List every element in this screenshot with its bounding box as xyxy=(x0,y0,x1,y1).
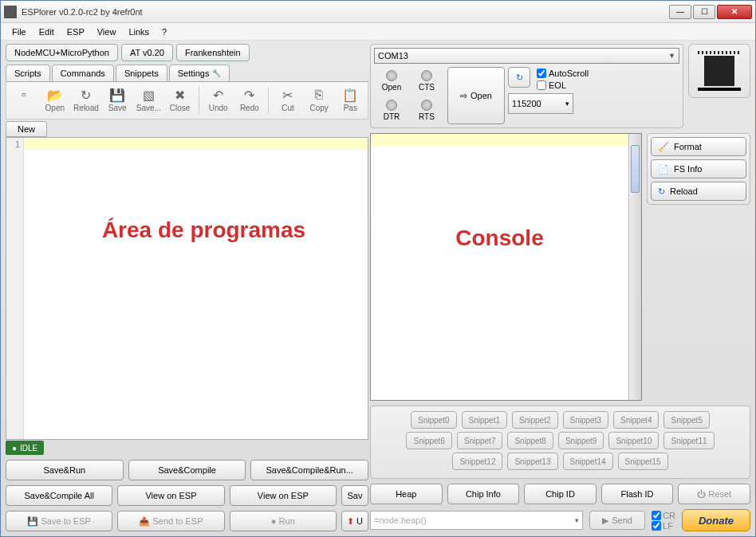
chip-icon-button[interactable] xyxy=(688,44,750,98)
led-dtr[interactable]: DTR xyxy=(374,96,409,124)
baud-rate-select[interactable]: 115200 xyxy=(508,93,573,114)
snippet-7[interactable]: Snippet7 xyxy=(457,432,502,449)
console-highlight-line xyxy=(371,134,641,146)
tb-new[interactable]: ▫ xyxy=(8,85,39,105)
tb-save[interactable]: 💾Save xyxy=(102,85,133,114)
snippet-5[interactable]: Snippet5 xyxy=(663,411,709,429)
snippet-13[interactable]: Snippet13 xyxy=(507,453,557,470)
editor-toolbar: ▫ 📂Open ↻Reload 💾Save ▧Save... ✖Close ↶U… xyxy=(6,82,368,120)
save-run-button[interactable]: Save&Run xyxy=(6,460,124,480)
connection-panel: COM13 Open CTS DTR RTS Open xyxy=(370,44,683,128)
led-icon xyxy=(421,70,432,81)
menu-view[interactable]: View xyxy=(93,25,121,38)
window-title: ESPlorer v0.2.0-rc2 by 4refr0nt xyxy=(22,7,669,17)
tab-scripts[interactable]: Scripts xyxy=(6,65,50,81)
cr-checkbox[interactable]: CR xyxy=(652,511,675,520)
snippet-11[interactable]: Snippet11 xyxy=(663,432,714,449)
firmware-tab-nodemcu[interactable]: NodeMCU+MicroPython xyxy=(6,44,118,61)
close-file-icon: ✖ xyxy=(172,87,188,103)
firmware-tab-at[interactable]: AT v0.20 xyxy=(121,44,173,61)
lf-checkbox[interactable]: LF xyxy=(652,521,675,531)
chip-id-button[interactable]: Chip ID xyxy=(524,484,597,504)
snippet-10[interactable]: Snippet10 xyxy=(608,432,659,449)
send-icon: 📤 xyxy=(139,516,150,527)
tab-snippets[interactable]: Snippets xyxy=(116,65,167,81)
chip-info-button[interactable]: Chip Info xyxy=(447,484,520,504)
tb-saveas[interactable]: ▧Save... xyxy=(133,85,164,114)
snippet-8[interactable]: Snippet8 xyxy=(507,432,553,449)
autoscroll-checkbox[interactable]: AutoScroll xyxy=(537,69,589,78)
snippet-9[interactable]: Snippet9 xyxy=(558,432,604,449)
menu-esp[interactable]: ESP xyxy=(62,25,89,38)
donate-button[interactable]: Donate xyxy=(682,509,750,531)
eol-checkbox[interactable]: EOL xyxy=(537,80,589,90)
save-compile-run-button[interactable]: Save&Compile&Run... xyxy=(250,460,368,480)
snippet-12[interactable]: Snippet12 xyxy=(452,453,502,470)
menubar: File Edit ESP View Links ? xyxy=(1,23,755,41)
save-compile-button[interactable]: Save&Compile xyxy=(128,460,246,480)
tab-settings[interactable]: Settings xyxy=(169,65,230,81)
snippet-3[interactable]: Snippet3 xyxy=(563,411,608,429)
snippet-15[interactable]: Snippet15 xyxy=(618,453,668,470)
fs-info-button[interactable]: 📄FS Info xyxy=(651,159,746,178)
reload-icon: ↻ xyxy=(78,87,94,103)
menu-links[interactable]: Links xyxy=(124,25,154,38)
console-scrollbar[interactable] xyxy=(628,134,641,400)
console-output[interactable]: Console xyxy=(370,133,642,401)
menu-file[interactable]: File xyxy=(7,25,31,38)
snippet-14[interactable]: Snippet14 xyxy=(563,453,613,470)
reload-fs-button[interactable]: ↻Reload xyxy=(651,182,746,201)
view-on-esp-button-2[interactable]: View on ESP xyxy=(230,485,337,506)
maximize-button[interactable] xyxy=(693,5,715,19)
send-button[interactable]: ▶Send xyxy=(589,511,645,530)
editor-body[interactable]: Área de programas xyxy=(24,138,368,439)
snippet-4[interactable]: Snippet4 xyxy=(613,411,659,429)
snippet-0[interactable]: Snippet0 xyxy=(411,411,456,429)
tb-redo[interactable]: ↷Redo xyxy=(234,85,265,114)
format-button[interactable]: 🧹Format xyxy=(651,137,746,156)
heap-button[interactable]: Heap xyxy=(370,484,443,504)
run-button[interactable]: ● Run xyxy=(230,511,337,531)
minimize-button[interactable] xyxy=(669,5,691,19)
code-editor[interactable]: 1 Área de programas xyxy=(6,137,368,440)
reload-icon: ↻ xyxy=(658,186,665,197)
menu-help[interactable]: ? xyxy=(157,25,171,38)
tab-commands[interactable]: Commands xyxy=(52,65,114,81)
tb-open[interactable]: 📂Open xyxy=(39,85,70,114)
led-rts[interactable]: RTS xyxy=(409,96,444,124)
flash-id-button[interactable]: Flash ID xyxy=(601,484,674,504)
tb-reload[interactable]: ↻Reload xyxy=(70,85,101,114)
reset-button[interactable]: ⏻ Reset xyxy=(678,484,750,504)
sav-cut-button[interactable]: Sav xyxy=(341,485,368,506)
tb-copy[interactable]: ⎘Copy xyxy=(304,85,335,114)
snippet-2[interactable]: Snippet2 xyxy=(512,411,557,429)
tb-close[interactable]: ✖Close xyxy=(164,85,195,114)
undo-icon: ↶ xyxy=(211,87,226,103)
led-cts: CTS xyxy=(409,67,444,95)
chip-icon xyxy=(704,56,734,86)
saveas-icon: ▧ xyxy=(140,87,156,103)
save-to-esp-button[interactable]: 💾 Save to ESP xyxy=(6,511,112,531)
tb-paste[interactable]: 📋Pas xyxy=(335,85,366,114)
scrollbar-thumb[interactable] xyxy=(631,145,640,193)
led-open: Open xyxy=(374,67,409,95)
file-tab-new[interactable]: New xyxy=(6,121,47,137)
snippet-1[interactable]: Snippet1 xyxy=(462,411,507,429)
command-input[interactable]: =node.heap() xyxy=(370,511,583,530)
save-compile-all-button[interactable]: Save&Compile All xyxy=(6,485,112,506)
menu-edit[interactable]: Edit xyxy=(34,25,59,38)
com-port-select[interactable]: COM13 xyxy=(374,48,679,64)
open-port-button[interactable]: Open xyxy=(447,67,505,124)
tb-cut[interactable]: ✂Cut xyxy=(272,85,303,114)
refresh-ports-button[interactable]: ↻ xyxy=(508,67,530,88)
close-window-button[interactable] xyxy=(717,5,752,19)
status-badge: IDLE xyxy=(6,441,44,455)
fsinfo-icon: 📄 xyxy=(658,164,669,174)
send-to-esp-button[interactable]: 📤 Send to ESP xyxy=(117,511,224,531)
toolbar-separator xyxy=(199,87,199,114)
view-on-esp-button[interactable]: View on ESP xyxy=(117,485,224,506)
tb-undo[interactable]: ↶Undo xyxy=(203,85,234,114)
upload-cut-button[interactable]: ⬆ U xyxy=(341,511,368,531)
snippet-6[interactable]: Snippet6 xyxy=(406,432,451,449)
firmware-tab-franken[interactable]: Frankenshtein xyxy=(176,44,250,61)
